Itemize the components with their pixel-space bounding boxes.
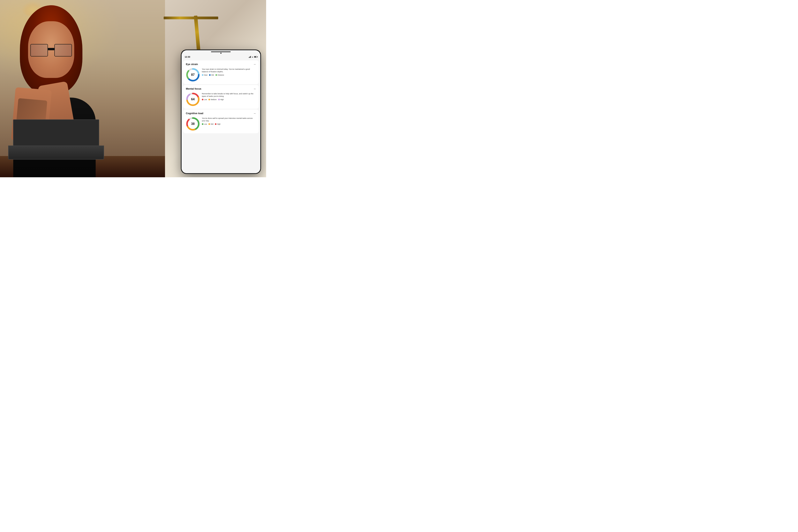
phone-speaker (211, 52, 231, 52)
legend-high-focus: High (218, 99, 224, 100)
status-time: 12:30 (185, 56, 190, 58)
mental-focus-desc: Remember to take breaks to help with foc… (202, 92, 256, 98)
mental-focus-gauge: 64 (186, 92, 200, 106)
legend-high-cog: High (215, 123, 220, 125)
cognitive-load-legend: Low Mid High (202, 123, 256, 125)
high-label-focus: High (220, 99, 224, 100)
metal-pole-horizontal (164, 17, 218, 19)
eye-strain-title: Eye strain (186, 63, 198, 65)
eye-strain-body: 87 Your eye strain is minimal today. You… (186, 68, 256, 82)
glasses-right (54, 44, 72, 57)
legend-low-focus: Low (202, 99, 207, 100)
legend-medium-focus: Medium (208, 99, 216, 100)
eye-strain-desc: Your eye strain is minimal today. You've… (202, 68, 256, 73)
distance-label: Distance (217, 74, 224, 76)
low-label-focus: Low (204, 99, 207, 100)
cognitive-load-title: Cognitive load (186, 112, 203, 115)
phone-content[interactable]: Eye strain → (182, 59, 260, 173)
phone-camera (220, 53, 222, 54)
battery-fill (254, 57, 256, 57)
eye-strain-arrow[interactable]: → (253, 63, 256, 66)
mid-dot-cog (208, 123, 210, 125)
eye-strain-legend: Near Mid Distance (202, 74, 256, 76)
mental-focus-section: Mental focus → (183, 85, 259, 109)
glasses-left (31, 44, 48, 57)
signal-icon (249, 56, 251, 58)
cognitive-load-score: 38 (191, 122, 195, 126)
signal-bar-2 (249, 57, 250, 58)
person-area (0, 0, 165, 177)
cognitive-load-right: You've done well to spread your intensiv… (202, 117, 256, 125)
legend-low-cog: Low (202, 123, 207, 125)
medium-label-focus: Medium (211, 99, 216, 100)
phone-top-bar (182, 50, 260, 54)
status-icons: ▲ (249, 56, 257, 58)
mid-dot-eye (209, 74, 211, 76)
eye-strain-right: Your eye strain is minimal today. You've… (202, 68, 256, 76)
mental-focus-header: Mental focus → (186, 87, 256, 90)
low-dot-focus (202, 99, 203, 100)
legend-mid-eye: Mid (209, 74, 214, 76)
medium-dot-focus (208, 99, 210, 100)
mental-focus-score: 64 (191, 98, 195, 101)
eye-strain-score: 87 (191, 73, 195, 77)
cognitive-load-section: Cognitive load → (183, 110, 259, 133)
high-label-cog: High (217, 123, 220, 125)
cognitive-load-header: Cognitive load → (186, 112, 256, 115)
battery-icon (254, 56, 257, 58)
phone-device: 12:30 ▲ (181, 50, 261, 174)
eye-strain-header: Eye strain → (186, 63, 256, 66)
mental-focus-right: Remember to take breaks to help with foc… (202, 92, 256, 101)
signal-bar-3 (250, 56, 250, 58)
eye-strain-gauge: 87 (186, 68, 200, 82)
phone-screen: 12:30 ▲ (182, 50, 260, 173)
low-dot-cog (202, 123, 203, 125)
low-label-cog: Low (204, 123, 207, 125)
mental-focus-arrow[interactable]: → (253, 87, 256, 90)
near-label: Near (204, 74, 208, 76)
distance-dot (215, 74, 217, 76)
mid-label-eye: Mid (211, 74, 214, 76)
laptop (8, 120, 104, 159)
cognitive-load-arrow[interactable]: → (253, 112, 256, 115)
cognitive-load-gauge: 38 (186, 117, 200, 131)
cognitive-load-desc: You've done well to spread your intensiv… (202, 117, 256, 122)
eye-strain-section: Eye strain → (183, 60, 259, 84)
cognitive-load-body: 38 You've done well to spread your inten… (186, 117, 256, 131)
high-dot-focus (218, 99, 220, 100)
legend-mid-cog: Mid (208, 123, 213, 125)
glasses-bridge (48, 48, 54, 50)
legend-distance: Distance (215, 74, 224, 76)
near-dot (202, 74, 203, 76)
mental-focus-body: 64 Remember to take breaks to help with … (186, 92, 256, 106)
laptop-base (8, 146, 104, 159)
signal-bar-1 (249, 57, 249, 58)
status-bar: 12:30 ▲ (182, 54, 260, 59)
signal-bar-4 (250, 56, 251, 58)
legend-near: Near (202, 74, 208, 76)
wifi-icon: ▲ (252, 56, 253, 58)
high-dot-cog (215, 123, 216, 125)
mental-focus-title: Mental focus (186, 87, 201, 90)
mid-label-cog: Mid (211, 123, 213, 125)
person-face (28, 21, 74, 78)
mental-focus-legend: Low Medium High (202, 99, 256, 100)
phone-frame: 12:30 ▲ (181, 50, 261, 174)
laptop-screen (13, 119, 99, 146)
